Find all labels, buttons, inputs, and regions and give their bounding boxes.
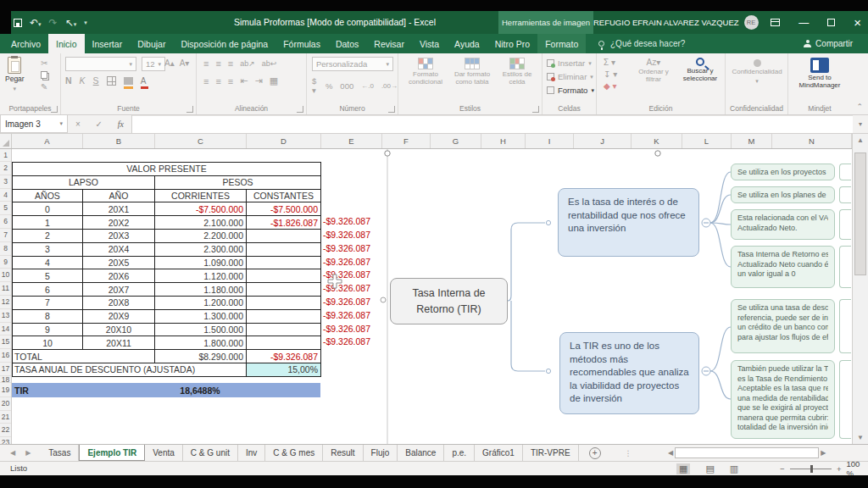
corrientes-cell[interactable]: 1.500.000	[155, 324, 247, 337]
ano-cell[interactable]: 20X7	[83, 283, 155, 297]
constantes-cell[interactable]	[247, 230, 321, 243]
row-header-8[interactable]: 8	[0, 242, 11, 256]
formula-input[interactable]	[132, 115, 853, 133]
ribbon-tab-ayuda[interactable]: Ayuda	[447, 34, 487, 53]
ano-cell[interactable]: 20X1	[83, 202, 155, 216]
column-header-H[interactable]: H	[481, 134, 526, 148]
corrientes-cell[interactable]: 2.200.000	[155, 230, 247, 243]
sheet-tab-gr-fico1[interactable]: Gráfico1	[475, 445, 523, 461]
mindmap-leaf-node[interactable]: Esta relacionada con el VAN oActualizado…	[731, 209, 835, 240]
tell-me-search[interactable]: ¿Qué desea hacer?	[598, 34, 685, 53]
mindmap-center-node[interactable]: Tasa Interna de Retorno (TIR)	[390, 278, 508, 324]
cut-icon[interactable]: ✂	[41, 58, 47, 68]
share-button[interactable]: Compartir	[804, 34, 853, 53]
zoom-in-icon[interactable]: +	[837, 464, 842, 474]
row-header-12[interactable]: 12	[0, 296, 11, 309]
total-label-cell[interactable]: TOTAL	[13, 350, 155, 363]
cell-styles-button[interactable]: Estilos de celda	[497, 58, 537, 86]
sheet-tab-ejemplo-tir[interactable]: Ejemplo TIR	[79, 445, 145, 461]
row-header-22[interactable]: 22	[0, 424, 11, 437]
row-header-11[interactable]: 11	[0, 282, 11, 296]
column-header-D[interactable]: D	[247, 134, 321, 148]
insert-function-icon[interactable]: fx	[118, 119, 124, 129]
ano-cell[interactable]: 20X3	[83, 230, 155, 243]
ribbon-tab-revisar[interactable]: Revisar	[366, 34, 412, 53]
font-name-select[interactable]: ▾	[65, 57, 136, 71]
orientation-icon[interactable]: ab↗	[240, 59, 255, 68]
column-header-I[interactable]: I	[526, 134, 574, 148]
align-middle-icon[interactable]: ≡	[215, 58, 220, 69]
numero-dialog-launcher[interactable]	[388, 106, 395, 113]
italic-button[interactable]: K	[80, 75, 86, 86]
estilos-dialog-launcher[interactable]	[532, 106, 539, 113]
row-header-21[interactable]: 21	[0, 411, 11, 424]
corrientes-cell[interactable]: 1.200.000	[155, 297, 247, 310]
tasa-value-cell[interactable]: 15,00%	[247, 363, 321, 377]
restore-button[interactable]	[827, 19, 835, 26]
row-header-20[interactable]: 20	[0, 397, 11, 411]
shrink-font-icon[interactable]: A▾	[180, 58, 190, 68]
align-center-icon[interactable]: ≡	[215, 76, 220, 86]
save-icon[interactable]	[14, 19, 22, 27]
column-header-J[interactable]: J	[574, 134, 632, 148]
anos-cell[interactable]: 5	[13, 269, 83, 283]
copy-icon[interactable]	[41, 71, 47, 79]
row-header-13[interactable]: 13	[0, 309, 11, 323]
format-painter-icon[interactable]: ✎	[41, 82, 47, 92]
row-header-1[interactable]: 1	[0, 149, 11, 162]
paste-button[interactable]: Pegar ▾	[5, 57, 25, 92]
mindmap-leaf-node[interactable]: Se utiliza una tasa de descuereferencia,…	[731, 299, 835, 353]
close-button[interactable]: ×	[854, 18, 861, 28]
redo-icon[interactable]: ↷	[49, 17, 58, 29]
vertical-scroll-thumb[interactable]	[854, 152, 866, 275]
ano-cell[interactable]: 20X9	[83, 310, 155, 324]
constantes-cell[interactable]: -$1.826.087	[247, 216, 321, 230]
ano-cell[interactable]: 20X8	[83, 297, 155, 310]
anos-cell[interactable]: 10	[13, 336, 83, 350]
scroll-down-icon[interactable]: ▼	[853, 434, 868, 441]
column-header-E[interactable]: E	[321, 134, 382, 148]
sheet-tab-tasas[interactable]: Tasas	[41, 445, 79, 461]
alineacion-dialog-launcher[interactable]	[297, 106, 303, 113]
align-bottom-icon[interactable]: ≡	[228, 58, 233, 69]
constantes-cell[interactable]	[247, 297, 321, 310]
increase-decimal-icon[interactable]: ←.0	[361, 82, 374, 90]
sheet-tab-c-g-mes[interactable]: C & G mes	[265, 445, 323, 461]
constantes-cell[interactable]	[247, 324, 321, 337]
anos-cell[interactable]: 0	[13, 202, 83, 216]
constantes-cell[interactable]	[247, 336, 321, 350]
anos-cell[interactable]: 2	[13, 230, 83, 243]
sheet-tab-flujo[interactable]: Flujo	[364, 445, 398, 461]
ano-cell[interactable]: 20X2	[83, 216, 155, 230]
mindmap-leaf-node[interactable]: También puede utilizar la TIes la Tasa d…	[731, 360, 835, 439]
ano-cell[interactable]: 20X4	[83, 243, 155, 257]
comma-style-icon[interactable]: 000	[340, 81, 353, 91]
fill-icon[interactable]: ↧ ▾	[604, 69, 617, 79]
portapapeles-dialog-launcher[interactable]	[51, 106, 58, 113]
row-header-19[interactable]: 19	[0, 383, 11, 397]
page-layout-view-icon[interactable]: ▤	[705, 463, 714, 474]
valor-presente-table[interactable]: VALOR PRESENTELAPSOPESOSAÑOSAÑOCORRIENTE…	[12, 162, 321, 377]
column-header-G[interactable]: G	[431, 134, 481, 148]
column-header-K[interactable]: K	[632, 134, 682, 148]
horizontal-scrollbar[interactable]: ◀ ▶	[668, 446, 848, 459]
column-header-B[interactable]: B	[83, 134, 155, 148]
anos-cell[interactable]: 8	[13, 310, 83, 324]
corrientes-cell[interactable]: 1.800.000	[155, 336, 247, 350]
scroll-right-icon[interactable]: ▶	[821, 449, 826, 457]
sheet-tab-tir-vpre[interactable]: TIR-VPRE	[523, 445, 579, 461]
total-corrientes-cell[interactable]: $8.290.000	[155, 350, 247, 363]
corrientes-cell[interactable]: -$7.500.000	[155, 202, 247, 216]
wrap-text-icon[interactable]: ab↩	[262, 59, 277, 68]
corrientes-cell[interactable]: 1.180.000	[155, 283, 247, 297]
row-header-16[interactable]: 16	[0, 349, 11, 363]
avatar[interactable]: RE	[744, 15, 759, 30]
vertical-scrollbar[interactable]: ▲ ▼	[852, 134, 868, 444]
grow-font-icon[interactable]: A▴	[164, 58, 175, 68]
page-break-view-icon[interactable]: ▥	[730, 463, 738, 474]
corrientes-header-cell[interactable]: CORRIENTES	[155, 190, 247, 203]
total-constantes-cell[interactable]: -$9.326.087	[247, 350, 321, 363]
worksheet-grid[interactable]: VALOR PRESENTELAPSOPESOSAÑOSAÑOCORRIENTE…	[12, 149, 852, 444]
row-header-15[interactable]: 15	[0, 336, 11, 349]
row-header-5[interactable]: 5	[0, 202, 11, 215]
